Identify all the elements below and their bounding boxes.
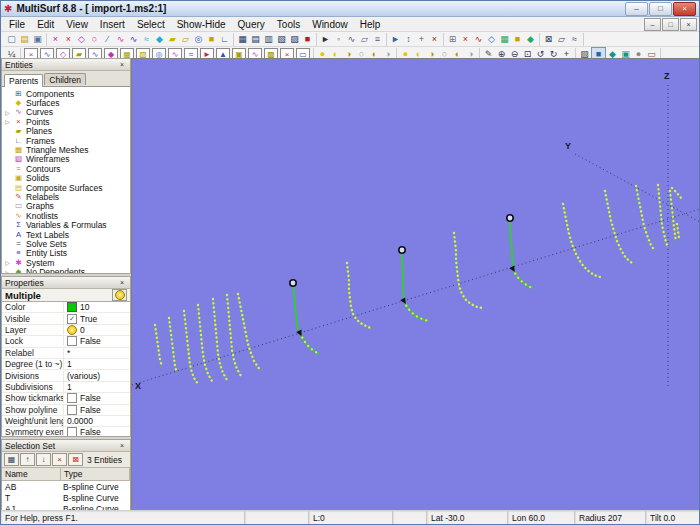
tree-item-frames[interactable]: ∟Frames xyxy=(4,136,130,145)
tree-item-curves[interactable]: ▷∿Curves xyxy=(4,108,130,117)
expand-arrow-icon[interactable]: ▷ xyxy=(4,118,11,125)
tree-item-components[interactable]: ⊞Components xyxy=(4,89,130,98)
point-icon[interactable]: × xyxy=(49,33,62,45)
menu-insert[interactable]: Insert xyxy=(94,19,131,30)
tree-item-surfaces[interactable]: ◆Surfaces xyxy=(4,98,130,107)
check-grid-icon[interactable]: ⊞ xyxy=(446,33,459,45)
menu-edit[interactable]: Edit xyxy=(31,19,60,30)
close-icon[interactable]: × xyxy=(117,278,127,287)
menu-select[interactable]: Select xyxy=(131,19,171,30)
bulb-toggle-button[interactable] xyxy=(112,289,127,301)
pick-fence-icon[interactable]: ≈ xyxy=(568,33,581,45)
error-curve-icon[interactable]: ∿ xyxy=(472,33,485,45)
view-profile-icon[interactable]: ▥ xyxy=(262,33,275,45)
tree-item-planes[interactable]: ▰Planes xyxy=(4,127,130,136)
property-value[interactable]: * xyxy=(64,348,130,358)
tab-parents[interactable]: Parents xyxy=(4,74,43,87)
checkbox-icon[interactable] xyxy=(67,427,77,436)
arc-icon[interactable]: ∿ xyxy=(114,33,127,45)
mdi-close-button[interactable]: × xyxy=(680,18,697,31)
property-value[interactable]: 10 xyxy=(64,302,130,312)
tree-item-relabels[interactable]: ✎Relabels xyxy=(4,192,130,201)
tree-item-knotlists[interactable]: ∿Knotlists xyxy=(4,211,130,220)
property-value[interactable]: 0 xyxy=(64,325,130,335)
menu-query[interactable]: Query xyxy=(232,19,271,30)
tree-item-points[interactable]: ▷×Points xyxy=(4,117,130,126)
cspline-curve-icon[interactable]: ≈ xyxy=(140,33,153,45)
tree-item-no-dependents[interactable]: ▷◆No Dependents xyxy=(4,267,130,273)
property-value[interactable]: False xyxy=(64,336,130,346)
menu-view[interactable]: View xyxy=(60,19,94,30)
property-value[interactable]: ✓True xyxy=(64,314,130,324)
column-header-type[interactable]: Type xyxy=(61,468,130,481)
expand-arrow-icon[interactable]: ▷ xyxy=(4,269,11,273)
select-curves-icon[interactable]: ∿ xyxy=(345,33,358,45)
error-mesh-icon[interactable]: ▦ xyxy=(498,33,511,45)
frame-icon[interactable]: ∟ xyxy=(218,33,231,45)
view-shaded-icon[interactable]: ■ xyxy=(301,33,314,45)
new-file-icon[interactable]: ▢ xyxy=(5,33,18,45)
drag-point-icon[interactable]: ► xyxy=(389,33,402,45)
bspline-curve-icon[interactable]: ∿ xyxy=(127,33,140,45)
clear-all-icon[interactable]: ⊠ xyxy=(68,453,83,466)
tree-item-wireframes[interactable]: ▧Wireframes xyxy=(4,155,130,164)
property-value[interactable]: 1 xyxy=(64,359,130,369)
mdi-restore-button[interactable]: □ xyxy=(662,18,679,31)
tree-item-variables-formulas[interactable]: ΣVariables & Formulas xyxy=(4,220,130,229)
delete-point-icon[interactable]: × xyxy=(428,33,441,45)
tree-item-solids[interactable]: ▣Solids xyxy=(4,174,130,183)
save-icon[interactable]: ▣ xyxy=(31,33,44,45)
select-surfaces-icon[interactable]: ▱ xyxy=(358,33,371,45)
close-icon[interactable]: × xyxy=(117,441,127,450)
menu-help[interactable]: Help xyxy=(354,19,387,30)
property-value[interactable]: False xyxy=(64,427,130,436)
table-row[interactable]: TB-spline Curve xyxy=(2,492,130,503)
expand-arrow-icon[interactable]: ▷ xyxy=(4,259,11,266)
maximize-button[interactable]: □ xyxy=(649,2,672,16)
tab-children[interactable]: Children xyxy=(44,73,86,85)
error-surface-icon[interactable]: ◇ xyxy=(485,33,498,45)
line-icon[interactable]: ∕ xyxy=(101,33,114,45)
mdi-minimize-button[interactable]: – xyxy=(644,18,661,31)
open-folder-icon[interactable]: ▤ xyxy=(18,33,31,45)
magnet-icon[interactable]: ◇ xyxy=(75,33,88,45)
move-down-icon[interactable]: ↓ xyxy=(36,453,51,466)
tree-item-entity-lists[interactable]: ≡Entity Lists xyxy=(4,249,130,258)
pick-poly-icon[interactable]: ▱ xyxy=(555,33,568,45)
select-all-icon[interactable]: ≡ xyxy=(371,33,384,45)
view-body-icon[interactable]: ▧ xyxy=(275,33,288,45)
property-value[interactable]: False xyxy=(64,405,130,415)
property-value[interactable]: 0.0000 xyxy=(64,416,130,426)
column-header-name[interactable]: Name xyxy=(2,468,61,481)
move-point-icon[interactable]: ↕ xyxy=(402,33,415,45)
checkbox-icon[interactable] xyxy=(67,336,77,346)
tree-item-solve-sets[interactable]: =Solve Sets xyxy=(4,239,130,248)
property-value[interactable]: False xyxy=(64,393,130,403)
remove-selected-icon[interactable]: × xyxy=(52,453,67,466)
checkbox-icon[interactable] xyxy=(67,405,77,415)
menu-file[interactable]: File xyxy=(3,19,31,30)
list-view-icon[interactable]: ▦ xyxy=(4,453,19,466)
ruled-surface-icon[interactable]: ▱ xyxy=(179,33,192,45)
menu-window[interactable]: Window xyxy=(306,19,354,30)
menu-tools[interactable]: Tools xyxy=(271,19,306,30)
foil-curve-icon[interactable]: ◆ xyxy=(153,33,166,45)
select-arrow-icon[interactable]: ► xyxy=(319,33,332,45)
expand-arrow-icon[interactable]: ▷ xyxy=(4,109,11,116)
tree-item-composite-surfaces[interactable]: ▤Composite Surfaces xyxy=(4,183,130,192)
minimize-button[interactable]: – xyxy=(625,2,648,16)
tree-item-system[interactable]: ▷✱System xyxy=(4,258,130,267)
surface-icon[interactable]: ▰ xyxy=(166,33,179,45)
error-solid-icon[interactable]: ■ xyxy=(511,33,524,45)
revolution-surface-icon[interactable]: ◎ xyxy=(192,33,205,45)
ring-icon[interactable]: ○ xyxy=(88,33,101,45)
table-row[interactable]: ABB-spline Curve xyxy=(2,481,130,492)
menu-show-hide[interactable]: Show-Hide xyxy=(171,19,232,30)
view-perspective-icon[interactable]: ▨ xyxy=(288,33,301,45)
pick-box-icon[interactable]: ⊠ xyxy=(542,33,555,45)
move-up-icon[interactable]: ↑ xyxy=(20,453,35,466)
tree-item-graphs[interactable]: ▭Graphs xyxy=(4,202,130,211)
tree-item-text-labels[interactable]: AText Labels xyxy=(4,230,130,239)
property-value[interactable]: (various) xyxy=(64,371,130,381)
checkbox-icon[interactable] xyxy=(67,393,77,403)
